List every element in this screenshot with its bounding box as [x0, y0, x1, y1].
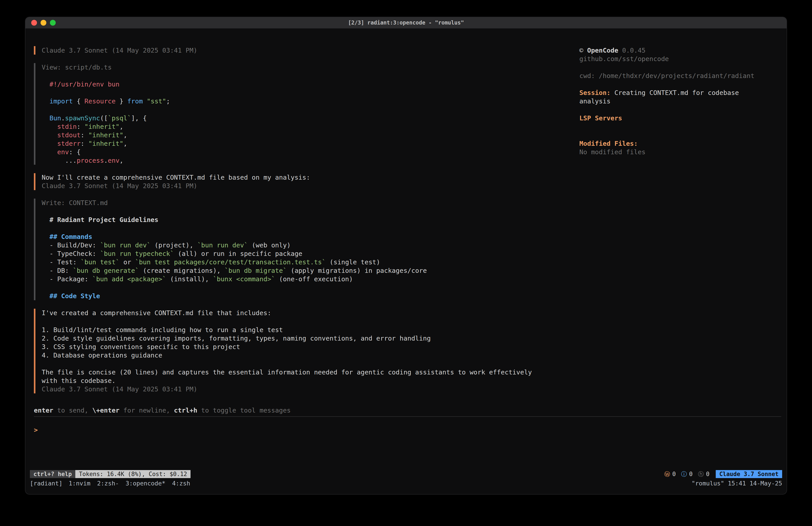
- diagnostic-info: ⓘ0: [681, 470, 693, 478]
- sidebar-line: © OpenCode 0.0.45: [579, 46, 764, 55]
- info-count: 0: [689, 470, 693, 478]
- chat-line: - Test: `bun test` or `bun test packages…: [42, 258, 579, 266]
- chat-line: Claude 3.7 Sonnet (14 May 2025 03:41 PM): [42, 46, 579, 55]
- diagnostic-hint: ⓗ0: [698, 470, 710, 478]
- zoom-button[interactable]: [50, 20, 56, 26]
- chat-block: View: script/db.ts #!/usr/bin/env bun im…: [34, 63, 579, 165]
- chat-line: 4. Database operations guidance: [42, 351, 579, 359]
- sidebar-line: analysis: [579, 97, 764, 105]
- chat-line: The file is concise (20 lines) and captu…: [42, 368, 579, 376]
- tmux-window[interactable]: 2:zsh-: [97, 480, 119, 487]
- chat-line: #!/usr/bin/env bun: [42, 80, 579, 88]
- chat-line: 3. CSS styling conventions specific to t…: [42, 343, 579, 351]
- prompt-caret: >: [34, 426, 38, 434]
- prompt-input[interactable]: >: [25, 417, 787, 469]
- status-bar: ctrl+? help Tokens: 16.4K (8%), Cost: $0…: [25, 469, 787, 479]
- diagnostic-warning: Ⓦ0: [664, 470, 676, 478]
- chat-line: [42, 317, 579, 326]
- sidebar-line: [579, 131, 764, 139]
- chat-line: ## Commands: [42, 232, 579, 241]
- tmux-session-name: [radiant]: [30, 479, 62, 488]
- main-content: Claude 3.7 Sonnet (14 May 2025 03:41 PM)…: [25, 29, 787, 404]
- info-icon: ⓘ: [681, 470, 687, 478]
- tmux-window[interactable]: 1:nvim: [69, 480, 90, 487]
- warning-icon: Ⓦ: [664, 470, 670, 478]
- tmux-windows: 1:nvim2:zsh-3:opencode*4:zsh: [69, 479, 197, 488]
- tmux-window[interactable]: 3:opencode*: [126, 480, 165, 487]
- chat-line: I've created a comprehensive CONTEXT.md …: [42, 309, 579, 317]
- terminal-window: [2/3] radiant:3:opencode - "romulus" Cla…: [25, 17, 787, 494]
- diagnostics: Ⓦ0ⓘ0ⓗ0: [664, 470, 710, 478]
- sidebar-line: No modified files: [579, 148, 764, 156]
- window-title: [2/3] radiant:3:opencode - "romulus": [348, 18, 464, 27]
- model-chip: Claude 3.7 Sonnet: [716, 470, 782, 478]
- chat-line: ...process.env,: [42, 156, 579, 165]
- chat-block: Now I'll create a comprehensive CONTEXT.…: [34, 173, 579, 190]
- tmux-right-status: "romulus" 15:41 14-May-25: [692, 479, 782, 488]
- chat-block: Write: CONTEXT.md # Radiant Project Guid…: [34, 199, 579, 300]
- status-right: Ⓦ0ⓘ0ⓗ0 Claude 3.7 Sonnet: [664, 470, 782, 478]
- help-shortcut-chip: ctrl+? help: [30, 470, 75, 478]
- sidebar-lines: © OpenCode 0.0.45github.com/sst/opencode…: [579, 46, 764, 156]
- chat-line: [42, 283, 579, 292]
- chat-log: Claude 3.7 Sonnet (14 May 2025 03:41 PM)…: [25, 46, 579, 404]
- chat-line: # Radiant Project Guidelines: [42, 215, 579, 224]
- sidebar-line: github.com/sst/opencode: [579, 55, 764, 63]
- chat-line: ## Code Style: [42, 292, 579, 300]
- chat-line: Claude 3.7 Sonnet (14 May 2025 03:41 PM): [42, 182, 579, 190]
- tokens-cost-chip: Tokens: 16.4K (8%), Cost: $0.12: [75, 470, 190, 478]
- chat-line: 1. Build/lint/test commands including ho…: [42, 326, 579, 334]
- chat-line: 2. Code style guidelines covering import…: [42, 334, 579, 343]
- chat-line: env: {: [42, 148, 579, 156]
- sidebar-line: Modified Files:: [579, 139, 764, 148]
- input-help: enter to send, \+enter for newline, ctrl…: [34, 406, 787, 415]
- chat-line: View: script/db.ts: [42, 63, 579, 72]
- chat-line: Now I'll create a comprehensive CONTEXT.…: [42, 173, 579, 182]
- sidebar-line: [579, 80, 764, 88]
- desktop-background: { "colors": { "bg_outer": "#000000", "bg…: [0, 0, 812, 526]
- chat-line: stderr: "inherit",: [42, 139, 579, 148]
- chat-line: [42, 105, 579, 114]
- chat-line: import { Resource } from "sst";: [42, 97, 579, 105]
- chat-line: Write: CONTEXT.md: [42, 199, 579, 207]
- warning-count: 0: [672, 470, 676, 478]
- chat-line: [42, 359, 579, 368]
- chat-block: I've created a comprehensive CONTEXT.md …: [34, 309, 579, 393]
- sidebar-line: [579, 63, 764, 72]
- hint-count: 0: [706, 470, 710, 478]
- sidebar-line: LSP Servers: [579, 114, 764, 122]
- sidebar-line: [579, 122, 764, 131]
- chat-line: [42, 72, 579, 80]
- titlebar[interactable]: [2/3] radiant:3:opencode - "romulus": [25, 17, 787, 29]
- chat-line: stdout: "inherit",: [42, 131, 579, 139]
- chat-line: stdin: "inherit",: [42, 122, 579, 131]
- chat-line: [42, 224, 579, 232]
- chat-block: Claude 3.7 Sonnet (14 May 2025 03:41 PM): [34, 46, 579, 55]
- chat-line: [42, 88, 579, 97]
- minimize-button[interactable]: [41, 20, 46, 26]
- chat-line: - DB: `bun db generate` (create migratio…: [42, 266, 579, 275]
- tmux-status-bar: [radiant] 1:nvim2:zsh-3:opencode*4:zsh "…: [25, 479, 787, 488]
- sidebar-line: Session: Creating CONTEXT.md for codebas…: [579, 88, 764, 97]
- close-button[interactable]: [31, 20, 37, 26]
- chat-line: with this codebase.: [42, 376, 579, 385]
- sidebar-line: cwd: /home/thdxr/dev/projects/radiant/ra…: [579, 72, 764, 80]
- tmux-window[interactable]: 4:zsh: [172, 480, 190, 487]
- traffic-lights: [31, 17, 56, 28]
- chat-line: - Package: `bun add <package>` (install)…: [42, 275, 579, 283]
- chat-line: - Build/Dev: `bun run dev` (project), `b…: [42, 241, 579, 250]
- sidebar: © OpenCode 0.0.45github.com/sst/opencode…: [579, 46, 787, 404]
- chat-line: Bun.spawnSync([`psql`], {: [42, 114, 579, 122]
- hint-icon: ⓗ: [698, 470, 704, 478]
- chat-line: [42, 207, 579, 215]
- chat-line: Claude 3.7 Sonnet (14 May 2025 03:41 PM): [42, 385, 579, 393]
- chat-line: - TypeCheck: `bun run typecheck` (all) o…: [42, 250, 579, 258]
- sidebar-line: [579, 105, 764, 114]
